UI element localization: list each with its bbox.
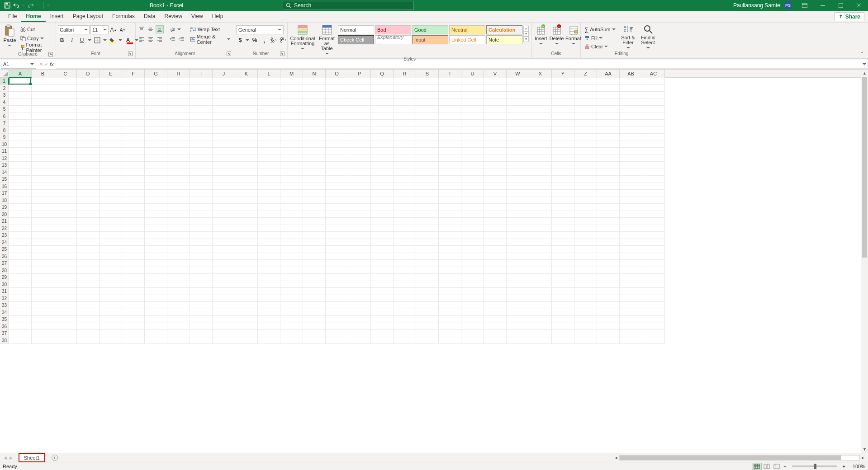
cell[interactable] [145, 232, 167, 239]
cell[interactable] [303, 134, 326, 141]
align-top-button[interactable] [138, 25, 146, 33]
cell[interactable] [574, 260, 597, 267]
cell[interactable] [213, 99, 235, 106]
cell-style-bad[interactable]: Bad [375, 25, 411, 34]
cell[interactable] [190, 148, 213, 155]
cell[interactable] [597, 85, 620, 92]
cell[interactable] [484, 267, 507, 274]
cell[interactable] [529, 162, 552, 169]
cell[interactable] [439, 323, 461, 330]
cell[interactable] [303, 183, 326, 190]
cell[interactable] [620, 218, 642, 225]
cell[interactable] [258, 239, 280, 246]
cell[interactable] [145, 169, 167, 176]
cell[interactable] [552, 295, 574, 302]
cell[interactable] [213, 267, 235, 274]
cell[interactable] [507, 148, 529, 155]
cell[interactable] [235, 169, 258, 176]
cell[interactable] [642, 218, 665, 225]
cell[interactable] [190, 162, 213, 169]
name-box[interactable]: A1 [1, 60, 36, 69]
cell[interactable] [54, 148, 77, 155]
find-select-button[interactable]: Find & Select [639, 24, 657, 51]
cell[interactable] [32, 323, 54, 330]
cell[interactable] [529, 211, 552, 218]
cell[interactable] [439, 197, 461, 204]
cell[interactable] [348, 211, 371, 218]
cell[interactable] [100, 127, 122, 134]
cell[interactable] [416, 274, 439, 281]
cell[interactable] [213, 218, 235, 225]
cell[interactable] [54, 267, 77, 274]
cell[interactable] [326, 162, 348, 169]
cell[interactable] [167, 148, 190, 155]
cell[interactable] [32, 78, 54, 85]
cell[interactable] [280, 183, 303, 190]
cell[interactable] [326, 127, 348, 134]
cell-styles-gallery[interactable]: NormalBadGoodNeutralCalculationCheck Cel… [338, 25, 522, 44]
cell[interactable] [122, 120, 145, 127]
cell[interactable] [348, 190, 371, 197]
cell[interactable] [371, 246, 394, 253]
format-cells-button[interactable]: Format [565, 24, 582, 47]
cell[interactable] [642, 127, 665, 134]
cell[interactable] [529, 246, 552, 253]
cell[interactable] [167, 337, 190, 344]
cell[interactable] [77, 127, 100, 134]
cell[interactable] [145, 134, 167, 141]
cell[interactable] [54, 127, 77, 134]
cell[interactable] [461, 260, 484, 267]
cell[interactable] [642, 176, 665, 183]
cell[interactable] [280, 99, 303, 106]
cell[interactable] [507, 78, 529, 85]
cell[interactable] [100, 169, 122, 176]
cell[interactable] [32, 337, 54, 344]
cell[interactable] [280, 302, 303, 309]
cell[interactable] [484, 323, 507, 330]
cell[interactable] [145, 85, 167, 92]
cell[interactable] [326, 78, 348, 85]
cell[interactable] [54, 218, 77, 225]
cell[interactable] [597, 134, 620, 141]
cell[interactable] [77, 274, 100, 281]
cell[interactable] [597, 309, 620, 316]
cell-style-normal[interactable]: Normal [338, 25, 374, 34]
cell[interactable] [326, 267, 348, 274]
cell[interactable] [100, 302, 122, 309]
cell[interactable] [145, 99, 167, 106]
comma-format-button[interactable]: , [260, 36, 268, 44]
cell[interactable] [258, 190, 280, 197]
cell[interactable] [371, 183, 394, 190]
cell[interactable] [167, 78, 190, 85]
cell[interactable] [597, 337, 620, 344]
cell[interactable] [32, 99, 54, 106]
decrease-indent-button[interactable] [168, 35, 176, 43]
cell[interactable] [145, 141, 167, 148]
cell[interactable] [620, 134, 642, 141]
cell[interactable] [416, 323, 439, 330]
cell[interactable] [32, 281, 54, 288]
cell[interactable] [348, 295, 371, 302]
cell[interactable] [574, 337, 597, 344]
cell[interactable] [122, 309, 145, 316]
row-header[interactable]: 34 [0, 309, 9, 316]
font-dialog-launcher[interactable]: ⬊ [128, 52, 133, 56]
column-header[interactable]: F [122, 70, 145, 78]
cell[interactable] [461, 141, 484, 148]
cell[interactable] [597, 260, 620, 267]
cell[interactable] [167, 316, 190, 323]
cell[interactable] [77, 323, 100, 330]
cell[interactable] [394, 267, 416, 274]
cell[interactable] [235, 127, 258, 134]
cell[interactable] [54, 99, 77, 106]
row-header[interactable]: 12 [0, 155, 9, 162]
cell[interactable] [235, 295, 258, 302]
cell[interactable] [122, 176, 145, 183]
enter-formula-icon[interactable]: ✓ [44, 61, 49, 67]
cell[interactable] [348, 141, 371, 148]
cell[interactable] [416, 176, 439, 183]
user-account[interactable]: Pauliansang Samte PS [733, 1, 792, 9]
row-header[interactable]: 18 [0, 197, 9, 204]
cell[interactable] [235, 316, 258, 323]
cell[interactable] [77, 211, 100, 218]
